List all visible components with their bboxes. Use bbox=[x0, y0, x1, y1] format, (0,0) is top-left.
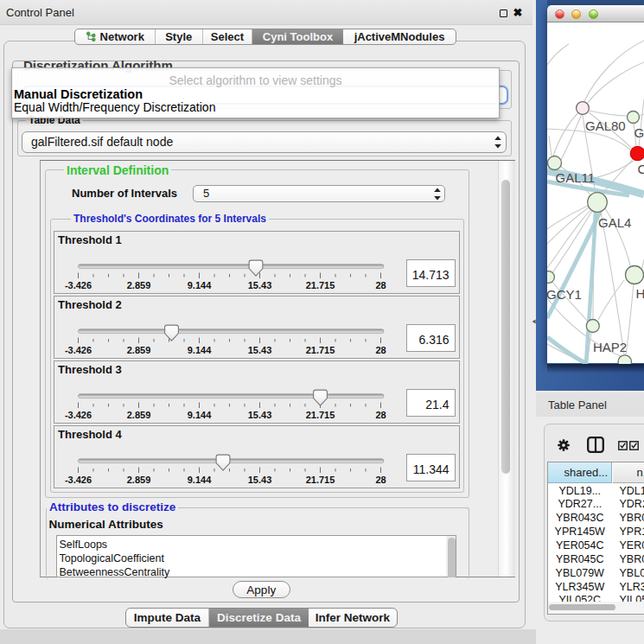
svg-text:GCY1: GCY1 bbox=[547, 287, 582, 302]
svg-text:2.859: 2.859 bbox=[126, 474, 150, 484]
svg-text:28: 28 bbox=[375, 474, 386, 484]
svg-text:15.43: 15.43 bbox=[247, 279, 271, 290]
svg-text:15.43: 15.43 bbox=[247, 474, 271, 484]
svg-text:28: 28 bbox=[375, 279, 386, 290]
svg-text:-3.426: -3.426 bbox=[64, 474, 91, 484]
svg-text:2.859: 2.859 bbox=[126, 279, 150, 290]
svg-text:9.144: 9.144 bbox=[187, 344, 211, 354]
svg-text:-3.426: -3.426 bbox=[64, 279, 91, 290]
svg-text:9.144: 9.144 bbox=[187, 279, 211, 290]
svg-text:15.43: 15.43 bbox=[247, 344, 271, 354]
svg-text:HAP2: HAP2 bbox=[593, 340, 627, 354]
svg-text:-3.426: -3.426 bbox=[64, 409, 91, 419]
svg-text:HA: HA bbox=[636, 286, 644, 301]
svg-text:-3.426: -3.426 bbox=[64, 344, 91, 354]
svg-text:2.859: 2.859 bbox=[126, 409, 150, 419]
svg-text:9.144: 9.144 bbox=[187, 474, 211, 484]
svg-text:GAL11: GAL11 bbox=[556, 170, 596, 185]
svg-text:9.144: 9.144 bbox=[187, 409, 211, 419]
svg-text:28: 28 bbox=[375, 409, 386, 419]
svg-text:28: 28 bbox=[375, 344, 386, 354]
svg-text:GAL80: GAL80 bbox=[585, 118, 626, 133]
svg-text:GA: GA bbox=[634, 125, 644, 140]
svg-text:21.715: 21.715 bbox=[305, 344, 335, 354]
svg-text:GAL4: GAL4 bbox=[598, 215, 631, 230]
svg-text:21.715: 21.715 bbox=[305, 279, 335, 290]
svg-text:CI: CI bbox=[638, 162, 644, 176]
svg-text:21.715: 21.715 bbox=[305, 409, 335, 419]
svg-text:15.43: 15.43 bbox=[247, 409, 271, 419]
svg-text:2.859: 2.859 bbox=[126, 344, 150, 354]
svg-text:21.715: 21.715 bbox=[305, 474, 335, 484]
